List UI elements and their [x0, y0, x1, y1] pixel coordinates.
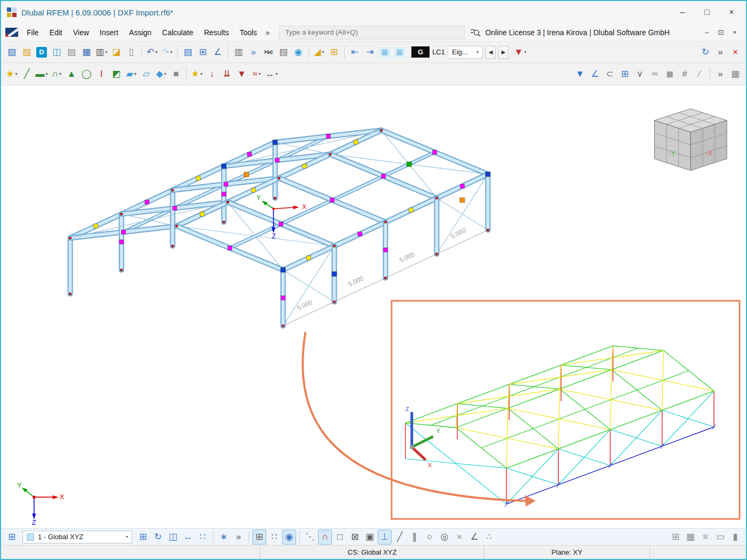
navigator-icon[interactable]: ◫: [50, 45, 63, 60]
margin-icon[interactable]: ▭: [713, 530, 727, 545]
new-nodal-load-icon[interactable]: ↓: [205, 67, 219, 82]
undo-icon[interactable]: ↶▾: [145, 45, 159, 60]
diagram-icon[interactable]: ∠: [211, 45, 225, 60]
new-surface-load-icon[interactable]: ▼: [235, 67, 249, 82]
numbering-icon[interactable]: #: [678, 67, 692, 82]
dock-tables-right-icon[interactable]: ⇥: [363, 45, 377, 60]
new-support-icon[interactable]: ▲: [65, 67, 78, 82]
clipping-plane-icon[interactable]: ⊂: [603, 67, 617, 82]
new-material-icon[interactable]: ◩: [109, 67, 123, 82]
explode-icon[interactable]: ∗: [217, 530, 231, 545]
grid-points-icon[interactable]: ∷: [267, 530, 281, 545]
snap-parallel-icon[interactable]: ∥: [408, 530, 422, 545]
scale-factor-icon[interactable]: >sc: [261, 45, 275, 60]
dock-tables-left-icon[interactable]: ⇤: [348, 45, 362, 60]
graphic-printout-icon[interactable]: ▤: [65, 45, 78, 60]
filter-objects-icon[interactable]: ▼: [573, 67, 587, 82]
work-plane-icon[interactable]: ◢▾: [312, 45, 326, 60]
snap-perpendicular-icon[interactable]: ⊥: [378, 530, 392, 545]
new-dimension-icon[interactable]: ↔▾: [265, 67, 279, 82]
printout-report-icon[interactable]: ▥: [232, 45, 245, 60]
move-copy-icon[interactable]: ⊞: [136, 530, 150, 545]
menu-overflow-chevrons[interactable]: »: [263, 26, 273, 39]
snap-nearest-icon[interactable]: ╱: [393, 530, 407, 545]
new-block-icon[interactable]: ■: [169, 67, 183, 82]
rotate-view-icon[interactable]: ↻: [698, 45, 712, 60]
smooth-results-icon[interactable]: ∨: [633, 67, 647, 82]
menu-tools[interactable]: Tools: [234, 26, 263, 39]
cancel-icon[interactable]: ×: [728, 45, 742, 60]
rotate-icon[interactable]: ↻: [151, 530, 165, 545]
comment-icon[interactable]: ◪: [109, 45, 123, 60]
search-box[interactable]: [279, 26, 465, 39]
new-member-icon[interactable]: ▬▾: [35, 67, 49, 82]
previous-load-case-button[interactable]: ◀: [486, 46, 496, 59]
snap-off-icon[interactable]: ×: [452, 530, 466, 545]
print-icon[interactable]: ▥▾: [94, 45, 108, 60]
result-diagram-icon[interactable]: ∠: [588, 67, 602, 82]
insert-overflow-icon[interactable]: »: [713, 67, 727, 82]
table-layout-icon[interactable]: ▦: [728, 67, 742, 82]
menu-file[interactable]: File: [21, 26, 44, 39]
new-section-icon[interactable]: I: [94, 67, 108, 82]
save-icon[interactable]: ▦: [80, 45, 93, 60]
shear-panel-icon[interactable]: ≃: [648, 67, 662, 82]
new-solid-icon[interactable]: ◆▾: [154, 67, 168, 82]
manage-coordinate-systems-icon[interactable]: ⊞: [5, 530, 19, 545]
menu-insert[interactable]: Insert: [94, 26, 124, 39]
filter-icon[interactable]: ▼▾: [513, 45, 527, 60]
snap-tangent-icon[interactable]: ○: [423, 530, 436, 545]
open-model-icon[interactable]: ▨: [20, 45, 34, 60]
redo-icon[interactable]: ↷▾: [160, 45, 174, 60]
layers-icon[interactable]: ≡: [698, 530, 712, 545]
snap-intersection-icon[interactable]: ⊠: [348, 530, 362, 545]
new-node-icon[interactable]: ★▾: [5, 67, 19, 82]
search-input[interactable]: [280, 28, 464, 36]
close-button[interactable]: ×: [719, 2, 744, 23]
snap-midpoint-icon[interactable]: ▣: [363, 530, 377, 545]
send-report-icon[interactable]: »: [247, 45, 260, 60]
mirror-icon[interactable]: ◫: [166, 530, 180, 545]
snap-endpoint-icon[interactable]: □: [333, 530, 347, 545]
new-opening-icon[interactable]: ▱: [139, 67, 153, 82]
background-grid-icon[interactable]: ⊞: [669, 530, 682, 545]
menu-assign[interactable]: Assign: [124, 26, 157, 39]
search-options-icon[interactable]: [470, 28, 481, 37]
maximize-button[interactable]: □: [695, 2, 719, 23]
menu-edit[interactable]: Edit: [44, 26, 68, 39]
self-weight-button[interactable]: G: [411, 46, 430, 58]
bottom-overflow-icon[interactable]: »: [232, 530, 245, 545]
menu-calculate[interactable]: Calculate: [157, 26, 198, 39]
new-imperfection-icon[interactable]: ≈▾: [250, 67, 264, 82]
mdi-restore-button[interactable]: ⊡: [714, 26, 728, 39]
new-arc-icon[interactable]: ∩▾: [50, 67, 63, 82]
lock-guides-icon[interactable]: ▮: [728, 530, 742, 545]
next-load-case-button[interactable]: ▶: [498, 46, 508, 59]
coordinate-system-select[interactable]: 1 - Global XYZ ▾: [22, 531, 132, 543]
object-snap-icon[interactable]: ∩: [318, 530, 332, 545]
report-template-icon[interactable]: ▤: [276, 45, 290, 60]
render-mode-icon[interactable]: ◼: [663, 67, 677, 82]
snap-icon[interactable]: ◉: [282, 530, 296, 545]
result-table-icon[interactable]: ⊞: [618, 67, 632, 82]
measure-icon[interactable]: ∕: [693, 67, 706, 82]
tables-icon[interactable]: ▤: [181, 45, 195, 60]
spreadsheet-icon[interactable]: ⊞: [196, 45, 210, 60]
menu-view[interactable]: View: [68, 26, 94, 39]
load-case-combo[interactable]: Eig... ▾: [448, 46, 483, 59]
work-plane-grid-icon[interactable]: ▦: [684, 530, 697, 545]
minimize-button[interactable]: –: [670, 2, 695, 23]
snap-center-icon[interactable]: ◎: [438, 530, 451, 545]
navigation-cube[interactable]: -Y-X: [654, 109, 727, 171]
snap-angle-icon[interactable]: ∠: [467, 530, 481, 545]
snap-points-icon[interactable]: ∴: [482, 530, 496, 545]
dlubal-center-icon[interactable]: D: [35, 45, 49, 60]
new-surface-icon[interactable]: ▰▾: [124, 67, 138, 82]
mdi-close-button[interactable]: ×: [728, 26, 742, 39]
visibility-state-1-icon[interactable]: ▦: [378, 45, 392, 60]
toolbar-overflow-icon[interactable]: »: [713, 45, 727, 60]
stretch-icon[interactable]: ↔: [181, 530, 195, 545]
new-hinge-icon[interactable]: ◯: [80, 67, 93, 82]
new-load-case-icon[interactable]: ★▾: [190, 67, 204, 82]
guideline-icon[interactable]: ⋱: [303, 530, 317, 545]
